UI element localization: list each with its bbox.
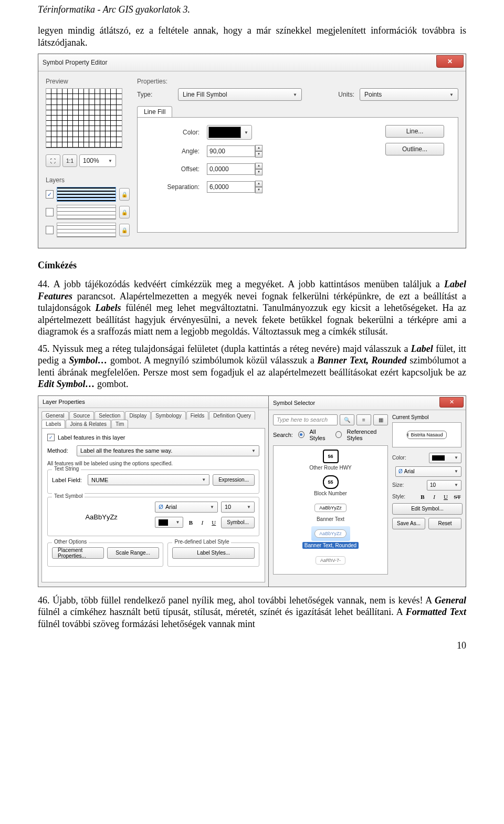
grid-view-button[interactable]: ▦ <box>373 414 388 425</box>
color-picker[interactable]: ▼ <box>429 453 461 463</box>
layer-swatch-1[interactable] <box>57 187 116 202</box>
symbol-item-block[interactable]: 55 Block Number <box>277 475 384 496</box>
offset-label: Offset: <box>147 165 207 173</box>
line-button[interactable]: Line... <box>385 125 444 138</box>
tab-time[interactable]: Tim <box>111 420 128 428</box>
style-label: Style: <box>392 494 405 499</box>
font-dropdown[interactable]: ØArial▼ <box>395 466 461 477</box>
symbol-selector-titlebar[interactable]: Symbol Selector ✕ <box>269 396 466 410</box>
size-dropdown[interactable]: 10▼ <box>427 480 461 491</box>
reset-button[interactable]: Reset <box>428 518 461 529</box>
layer-visible-checkbox[interactable] <box>46 226 54 234</box>
layer-lock-button[interactable]: 🔒 <box>119 188 130 201</box>
chevron-down-icon: ▼ <box>175 520 180 525</box>
tab-symbology[interactable]: Symbology <box>151 411 185 420</box>
bold-button[interactable]: B <box>186 519 195 526</box>
save-as-button[interactable]: Save As... <box>392 518 425 529</box>
tab-definition-query[interactable]: Definition Query <box>209 411 255 420</box>
list-view-button[interactable]: ≡ <box>356 414 371 425</box>
label-field-value: NUME <box>91 477 108 483</box>
radio-all-styles[interactable] <box>298 431 304 438</box>
chevron-down-icon: ▼ <box>454 483 458 487</box>
symbol-property-editor-window: Symbol Property Editor ✕ Preview <box>38 54 466 248</box>
close-icon: ✕ <box>449 399 454 405</box>
angle-spinner[interactable]: ▲▼ <box>255 145 262 158</box>
separation-value: 6,0000 <box>209 183 229 191</box>
layer-swatch-3[interactable] <box>57 223 116 237</box>
layer-swatch-2[interactable] <box>57 205 116 220</box>
tab-source[interactable]: Source <box>69 411 94 420</box>
font-color-picker[interactable]: ▼ <box>155 517 183 528</box>
strike-button[interactable]: ST <box>453 494 461 500</box>
zoom-11-button[interactable]: 1:1 <box>62 154 77 167</box>
layer-visible-checkbox[interactable] <box>46 208 54 216</box>
italic-button[interactable]: I <box>198 519 206 526</box>
tab-general[interactable]: General <box>41 411 69 420</box>
size-value: 10 <box>430 482 436 488</box>
edit-symbol-button[interactable]: Edit Symbol... <box>392 503 463 515</box>
sample-preview: AaBbYyZz <box>52 510 151 524</box>
search-input[interactable]: Type here to search <box>273 414 338 425</box>
layer-lock-button[interactable]: 🔒 <box>119 224 130 236</box>
chevron-down-icon: ▼ <box>210 505 214 509</box>
search-button[interactable]: 🔍 <box>340 414 354 425</box>
size-dropdown[interactable]: 10▼ <box>221 502 255 513</box>
radio-all-label: All Styles <box>310 429 330 441</box>
symbol-item-banner-rounded[interactable]: AaBbYyZz Banner Text, Rounded <box>277 526 384 549</box>
label-features-checkbox[interactable] <box>47 434 55 441</box>
paragraph-44: 44. A jobb tájékozódás kedvéért címkézzü… <box>38 278 466 338</box>
tab-joins[interactable]: Joins & Relates <box>66 420 110 428</box>
expression-button[interactable]: Expression... <box>213 474 255 486</box>
placement-button[interactable]: Placement Properties... <box>52 547 104 559</box>
color-swatch-icon <box>208 127 241 138</box>
angle-input[interactable]: 90,00 <box>207 145 255 157</box>
units-label: Units: <box>307 91 354 98</box>
italic-button[interactable]: I <box>430 494 438 500</box>
tab-display[interactable]: Display <box>125 411 151 420</box>
symbol-button[interactable]: Symbol... <box>221 517 255 528</box>
color-picker[interactable]: ▼ <box>207 125 252 140</box>
separation-input[interactable]: 6,0000 <box>207 181 255 193</box>
symbol-item-banner[interactable]: AaBbYyZz Banner Text <box>277 500 384 522</box>
symbol-list[interactable]: 56 Other Route HWY 55 Block Number AaBbY… <box>273 445 388 575</box>
symbol-item-route[interactable]: 56 Other Route HWY <box>277 449 384 471</box>
type-dropdown[interactable]: Line Fill Symbol▼ <box>178 88 302 101</box>
color-swatch-icon <box>432 455 445 461</box>
symbol-item-partial[interactable]: AaRhV-7- <box>277 553 384 568</box>
font-dropdown[interactable]: ØArial▼ <box>155 502 218 513</box>
method-dropdown[interactable]: Label all the features the same way.▼ <box>77 445 259 456</box>
symbol-item-label: Banner Text <box>277 516 384 522</box>
bold-button[interactable]: B <box>418 494 427 500</box>
properties-label: Properties: <box>137 78 458 85</box>
offset-input[interactable]: 0,0000 <box>207 163 255 175</box>
symbol-selector-title: Symbol Selector <box>273 400 315 406</box>
chevron-down-icon: ▼ <box>251 448 256 453</box>
close-button[interactable]: ✕ <box>436 55 464 68</box>
zoom-full-button[interactable]: ⛶ <box>46 154 60 167</box>
radio-referenced-styles[interactable] <box>335 431 342 438</box>
zoom-percent-dropdown[interactable]: 100%▼ <box>79 154 116 167</box>
tab-fields[interactable]: Fields <box>186 411 209 420</box>
layer-lock-button[interactable]: 🔒 <box>119 206 130 218</box>
label-field-dropdown[interactable]: NUME▼ <box>88 474 209 485</box>
underline-button[interactable]: U <box>442 494 450 500</box>
chevron-down-icon: ▼ <box>449 92 454 97</box>
close-button[interactable]: ✕ <box>439 397 464 408</box>
units-dropdown[interactable]: Points▼ <box>360 88 458 101</box>
banner-preview: AaBbYyZz <box>314 504 346 512</box>
separation-spinner[interactable]: ▲▼ <box>255 181 262 193</box>
tab-line-fill[interactable]: Line Fill <box>137 106 172 117</box>
lock-icon: 🔒 <box>121 227 128 233</box>
titlebar[interactable]: Symbol Property Editor ✕ <box>38 54 466 71</box>
tab-selection[interactable]: Selection <box>94 411 124 420</box>
layer-visible-checkbox[interactable] <box>46 190 54 199</box>
group-other-options: Other Options <box>52 539 89 545</box>
scale-range-button[interactable]: Scale Range... <box>107 547 159 559</box>
label-styles-button[interactable]: Label Styles... <box>172 547 255 559</box>
color-label: Color: <box>392 455 406 461</box>
tab-labels[interactable]: Labels <box>41 420 65 428</box>
color-label: Color: <box>147 129 207 136</box>
outline-button[interactable]: Outline... <box>385 143 444 155</box>
offset-spinner[interactable]: ▲▼ <box>255 163 262 175</box>
underline-button[interactable]: U <box>209 519 218 526</box>
